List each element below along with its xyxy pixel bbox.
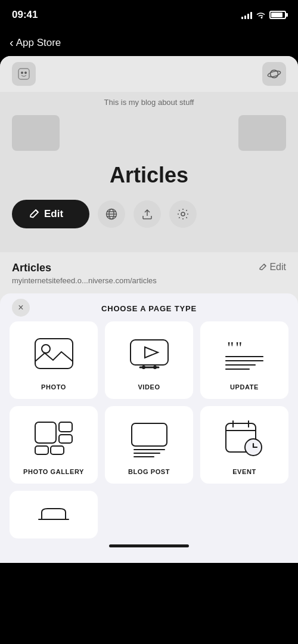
- share-icon: [141, 208, 153, 221]
- globe-icon: [105, 208, 118, 221]
- event-type-label: EVENT: [232, 468, 256, 475]
- svg-point-16: [142, 366, 145, 369]
- photo-gallery-type-icon: [30, 418, 77, 460]
- battery-icon: [269, 11, 286, 19]
- bottom-sheet: × CHOOSE A PAGE TYPE PHOTO: [0, 293, 298, 563]
- close-icon: ×: [18, 302, 23, 313]
- edit-pencil-icon: [29, 209, 39, 219]
- status-icons: [241, 11, 286, 19]
- back-button[interactable]: ‹ App Store: [10, 36, 61, 49]
- signal-bars-icon: [241, 11, 252, 19]
- image-placeholder-left: [12, 115, 60, 151]
- settings-button[interactable]: [169, 200, 197, 228]
- page-type-grid: PHOTO VIDEO: [0, 321, 298, 484]
- svg-marker-14: [145, 347, 158, 358]
- smiley-icon: [17, 67, 30, 80]
- photo-type-icon: [30, 333, 77, 375]
- video-type-icon: [125, 333, 173, 375]
- partial-row: [0, 484, 298, 538]
- page-edit-link[interactable]: Edit: [259, 262, 286, 273]
- svg-rect-27: [35, 446, 48, 454]
- page-type-photo-gallery[interactable]: PHOTO GALLERY: [10, 406, 98, 484]
- back-chevron-icon: ‹: [10, 36, 14, 49]
- back-label: App Store: [16, 37, 61, 49]
- wifi-icon: [256, 11, 266, 19]
- blog-post-type-label: BLOG POST: [128, 468, 170, 475]
- svg-rect-11: [35, 339, 73, 369]
- blog-post-type-icon: [125, 418, 173, 460]
- update-type-label: UPDATE: [230, 383, 259, 391]
- page-title: Articles: [110, 163, 188, 188]
- edit-button[interactable]: Edit: [12, 200, 89, 228]
- page-edit-label: Edit: [269, 262, 286, 273]
- app-area: This is my blog about stuff Articles Edi…: [0, 56, 298, 563]
- edit-button-label: Edit: [44, 208, 63, 220]
- video-type-label: VIDEO: [138, 383, 160, 391]
- smiley-button[interactable]: [12, 62, 36, 86]
- page-type-video[interactable]: VIDEO: [105, 321, 193, 399]
- home-indicator: [0, 538, 298, 551]
- page-type-update[interactable]: " " UPDATE: [200, 321, 288, 399]
- svg-point-1: [21, 72, 23, 73]
- share-button[interactable]: [134, 200, 161, 228]
- svg-point-4: [267, 70, 281, 78]
- gear-icon: [176, 208, 190, 221]
- planet-button[interactable]: [262, 62, 286, 86]
- svg-rect-25: [59, 422, 72, 432]
- page-type-photo[interactable]: PHOTO: [10, 321, 98, 399]
- svg-rect-26: [59, 435, 72, 443]
- svg-text:": ": [235, 338, 242, 357]
- update-type-icon: " ": [221, 333, 268, 375]
- svg-point-2: [25, 72, 26, 73]
- photo-gallery-type-label: PHOTO GALLERY: [23, 468, 84, 475]
- image-placeholders: [12, 115, 286, 151]
- page-url: myinternetsitefeed.o...niverse.com/artic…: [12, 276, 259, 285]
- globe-button[interactable]: [98, 200, 125, 228]
- nav-bar: ‹ App Store: [0, 30, 298, 56]
- status-time: 09:41: [12, 9, 38, 21]
- page-name: Articles: [12, 262, 259, 274]
- svg-point-17: [153, 366, 157, 369]
- sheet-title: CHOOSE A PAGE TYPE: [101, 304, 197, 313]
- svg-point-12: [42, 345, 50, 353]
- svg-rect-28: [51, 446, 64, 454]
- page-info-left: Articles myinternetsitefeed.o...niverse.…: [12, 262, 259, 285]
- action-buttons: Edit: [12, 200, 286, 228]
- page-type-blog-post[interactable]: BLOG POST: [105, 406, 193, 484]
- edit-link-icon: [259, 263, 267, 271]
- home-bar: [109, 544, 189, 547]
- svg-rect-29: [132, 423, 167, 446]
- event-type-icon: [221, 418, 268, 460]
- svg-rect-24: [35, 422, 56, 443]
- close-button[interactable]: ×: [12, 299, 30, 317]
- page-type-store-partial[interactable]: [10, 491, 98, 538]
- sheet-header: × CHOOSE A PAGE TYPE: [0, 293, 298, 321]
- svg-rect-0: [18, 69, 29, 79]
- photo-type-label: PHOTO: [41, 383, 66, 391]
- page-type-event[interactable]: EVENT: [200, 406, 288, 484]
- page-content: This is my blog about stuff Articles Edi…: [0, 92, 298, 252]
- status-bar: 09:41: [0, 0, 298, 30]
- image-placeholder-right: [238, 115, 286, 151]
- svg-point-10: [181, 212, 185, 216]
- blog-subtitle: This is my blog about stuff: [104, 98, 194, 107]
- svg-text:": ": [227, 338, 234, 357]
- planet-icon: [267, 67, 281, 80]
- svg-rect-13: [131, 340, 168, 365]
- app-top-bar: [0, 56, 298, 92]
- page-info-section: Articles myinternetsitefeed.o...niverse.…: [0, 252, 298, 293]
